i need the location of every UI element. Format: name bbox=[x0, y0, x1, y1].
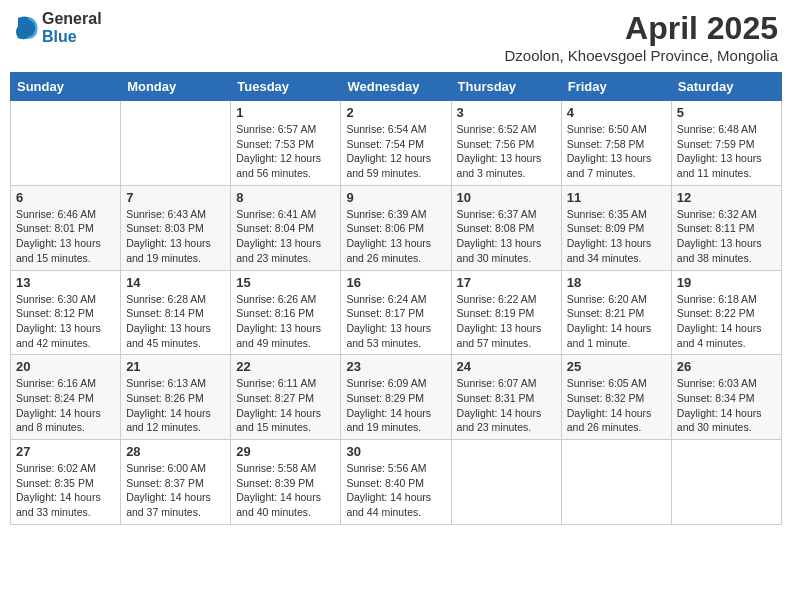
calendar-cell bbox=[561, 440, 671, 525]
weekday-header-row: SundayMondayTuesdayWednesdayThursdayFrid… bbox=[11, 73, 782, 101]
calendar-cell: 24Sunrise: 6:07 AM Sunset: 8:31 PM Dayli… bbox=[451, 355, 561, 440]
day-info: Sunrise: 6:00 AM Sunset: 8:37 PM Dayligh… bbox=[126, 461, 225, 520]
calendar-week-row: 27Sunrise: 6:02 AM Sunset: 8:35 PM Dayli… bbox=[11, 440, 782, 525]
day-number: 17 bbox=[457, 275, 556, 290]
logo-text: General Blue bbox=[42, 10, 102, 45]
calendar-cell: 2Sunrise: 6:54 AM Sunset: 7:54 PM Daylig… bbox=[341, 101, 451, 186]
logo-icon bbox=[14, 14, 38, 42]
day-number: 21 bbox=[126, 359, 225, 374]
day-number: 25 bbox=[567, 359, 666, 374]
calendar-cell: 27Sunrise: 6:02 AM Sunset: 8:35 PM Dayli… bbox=[11, 440, 121, 525]
calendar-cell: 14Sunrise: 6:28 AM Sunset: 8:14 PM Dayli… bbox=[121, 270, 231, 355]
day-number: 6 bbox=[16, 190, 115, 205]
logo-blue-text: Blue bbox=[42, 28, 102, 46]
day-number: 11 bbox=[567, 190, 666, 205]
day-number: 20 bbox=[16, 359, 115, 374]
calendar-cell: 4Sunrise: 6:50 AM Sunset: 7:58 PM Daylig… bbox=[561, 101, 671, 186]
day-info: Sunrise: 6:35 AM Sunset: 8:09 PM Dayligh… bbox=[567, 207, 666, 266]
calendar-cell: 12Sunrise: 6:32 AM Sunset: 8:11 PM Dayli… bbox=[671, 185, 781, 270]
day-number: 10 bbox=[457, 190, 556, 205]
calendar-week-row: 6Sunrise: 6:46 AM Sunset: 8:01 PM Daylig… bbox=[11, 185, 782, 270]
calendar-week-row: 20Sunrise: 6:16 AM Sunset: 8:24 PM Dayli… bbox=[11, 355, 782, 440]
calendar-cell: 20Sunrise: 6:16 AM Sunset: 8:24 PM Dayli… bbox=[11, 355, 121, 440]
day-number: 5 bbox=[677, 105, 776, 120]
day-number: 4 bbox=[567, 105, 666, 120]
weekday-header-thursday: Thursday bbox=[451, 73, 561, 101]
day-number: 26 bbox=[677, 359, 776, 374]
calendar-cell: 11Sunrise: 6:35 AM Sunset: 8:09 PM Dayli… bbox=[561, 185, 671, 270]
day-info: Sunrise: 6:22 AM Sunset: 8:19 PM Dayligh… bbox=[457, 292, 556, 351]
day-info: Sunrise: 6:26 AM Sunset: 8:16 PM Dayligh… bbox=[236, 292, 335, 351]
day-info: Sunrise: 6:28 AM Sunset: 8:14 PM Dayligh… bbox=[126, 292, 225, 351]
calendar-table: SundayMondayTuesdayWednesdayThursdayFrid… bbox=[10, 72, 782, 525]
day-number: 2 bbox=[346, 105, 445, 120]
day-number: 22 bbox=[236, 359, 335, 374]
calendar-week-row: 1Sunrise: 6:57 AM Sunset: 7:53 PM Daylig… bbox=[11, 101, 782, 186]
day-info: Sunrise: 6:03 AM Sunset: 8:34 PM Dayligh… bbox=[677, 376, 776, 435]
calendar-cell: 21Sunrise: 6:13 AM Sunset: 8:26 PM Dayli… bbox=[121, 355, 231, 440]
day-info: Sunrise: 6:43 AM Sunset: 8:03 PM Dayligh… bbox=[126, 207, 225, 266]
calendar-cell bbox=[11, 101, 121, 186]
calendar-cell: 28Sunrise: 6:00 AM Sunset: 8:37 PM Dayli… bbox=[121, 440, 231, 525]
day-info: Sunrise: 6:30 AM Sunset: 8:12 PM Dayligh… bbox=[16, 292, 115, 351]
day-info: Sunrise: 6:13 AM Sunset: 8:26 PM Dayligh… bbox=[126, 376, 225, 435]
day-number: 24 bbox=[457, 359, 556, 374]
day-info: Sunrise: 6:20 AM Sunset: 8:21 PM Dayligh… bbox=[567, 292, 666, 351]
calendar-cell: 9Sunrise: 6:39 AM Sunset: 8:06 PM Daylig… bbox=[341, 185, 451, 270]
day-info: Sunrise: 6:54 AM Sunset: 7:54 PM Dayligh… bbox=[346, 122, 445, 181]
logo: General Blue bbox=[14, 10, 102, 45]
day-number: 19 bbox=[677, 275, 776, 290]
day-info: Sunrise: 6:41 AM Sunset: 8:04 PM Dayligh… bbox=[236, 207, 335, 266]
day-info: Sunrise: 6:37 AM Sunset: 8:08 PM Dayligh… bbox=[457, 207, 556, 266]
calendar-cell: 15Sunrise: 6:26 AM Sunset: 8:16 PM Dayli… bbox=[231, 270, 341, 355]
calendar-cell: 23Sunrise: 6:09 AM Sunset: 8:29 PM Dayli… bbox=[341, 355, 451, 440]
calendar-cell bbox=[451, 440, 561, 525]
day-number: 23 bbox=[346, 359, 445, 374]
day-info: Sunrise: 6:48 AM Sunset: 7:59 PM Dayligh… bbox=[677, 122, 776, 181]
day-info: Sunrise: 5:56 AM Sunset: 8:40 PM Dayligh… bbox=[346, 461, 445, 520]
calendar-week-row: 13Sunrise: 6:30 AM Sunset: 8:12 PM Dayli… bbox=[11, 270, 782, 355]
month-title: April 2025 bbox=[505, 10, 779, 47]
day-number: 9 bbox=[346, 190, 445, 205]
day-number: 29 bbox=[236, 444, 335, 459]
day-info: Sunrise: 6:07 AM Sunset: 8:31 PM Dayligh… bbox=[457, 376, 556, 435]
day-info: Sunrise: 6:46 AM Sunset: 8:01 PM Dayligh… bbox=[16, 207, 115, 266]
day-number: 12 bbox=[677, 190, 776, 205]
day-info: Sunrise: 6:02 AM Sunset: 8:35 PM Dayligh… bbox=[16, 461, 115, 520]
day-info: Sunrise: 6:39 AM Sunset: 8:06 PM Dayligh… bbox=[346, 207, 445, 266]
calendar-cell: 8Sunrise: 6:41 AM Sunset: 8:04 PM Daylig… bbox=[231, 185, 341, 270]
day-info: Sunrise: 6:57 AM Sunset: 7:53 PM Dayligh… bbox=[236, 122, 335, 181]
day-info: Sunrise: 6:16 AM Sunset: 8:24 PM Dayligh… bbox=[16, 376, 115, 435]
day-number: 18 bbox=[567, 275, 666, 290]
calendar-cell: 7Sunrise: 6:43 AM Sunset: 8:03 PM Daylig… bbox=[121, 185, 231, 270]
day-number: 27 bbox=[16, 444, 115, 459]
calendar-cell: 13Sunrise: 6:30 AM Sunset: 8:12 PM Dayli… bbox=[11, 270, 121, 355]
calendar-cell bbox=[671, 440, 781, 525]
day-number: 3 bbox=[457, 105, 556, 120]
header: General Blue April 2025 Dzoolon, Khoevsg… bbox=[10, 10, 782, 64]
day-info: Sunrise: 6:52 AM Sunset: 7:56 PM Dayligh… bbox=[457, 122, 556, 181]
calendar-cell: 30Sunrise: 5:56 AM Sunset: 8:40 PM Dayli… bbox=[341, 440, 451, 525]
calendar-cell: 26Sunrise: 6:03 AM Sunset: 8:34 PM Dayli… bbox=[671, 355, 781, 440]
day-number: 30 bbox=[346, 444, 445, 459]
day-number: 7 bbox=[126, 190, 225, 205]
weekday-header-monday: Monday bbox=[121, 73, 231, 101]
day-number: 8 bbox=[236, 190, 335, 205]
weekday-header-saturday: Saturday bbox=[671, 73, 781, 101]
calendar-cell: 5Sunrise: 6:48 AM Sunset: 7:59 PM Daylig… bbox=[671, 101, 781, 186]
day-number: 16 bbox=[346, 275, 445, 290]
day-info: Sunrise: 6:11 AM Sunset: 8:27 PM Dayligh… bbox=[236, 376, 335, 435]
day-number: 28 bbox=[126, 444, 225, 459]
day-number: 13 bbox=[16, 275, 115, 290]
day-info: Sunrise: 6:24 AM Sunset: 8:17 PM Dayligh… bbox=[346, 292, 445, 351]
location-title: Dzoolon, Khoevsgoel Province, Mongolia bbox=[505, 47, 779, 64]
weekday-header-friday: Friday bbox=[561, 73, 671, 101]
day-info: Sunrise: 6:05 AM Sunset: 8:32 PM Dayligh… bbox=[567, 376, 666, 435]
weekday-header-wednesday: Wednesday bbox=[341, 73, 451, 101]
day-info: Sunrise: 5:58 AM Sunset: 8:39 PM Dayligh… bbox=[236, 461, 335, 520]
weekday-header-tuesday: Tuesday bbox=[231, 73, 341, 101]
day-number: 1 bbox=[236, 105, 335, 120]
logo-general-text: General bbox=[42, 10, 102, 28]
title-area: April 2025 Dzoolon, Khoevsgoel Province,… bbox=[505, 10, 779, 64]
calendar-cell: 10Sunrise: 6:37 AM Sunset: 8:08 PM Dayli… bbox=[451, 185, 561, 270]
